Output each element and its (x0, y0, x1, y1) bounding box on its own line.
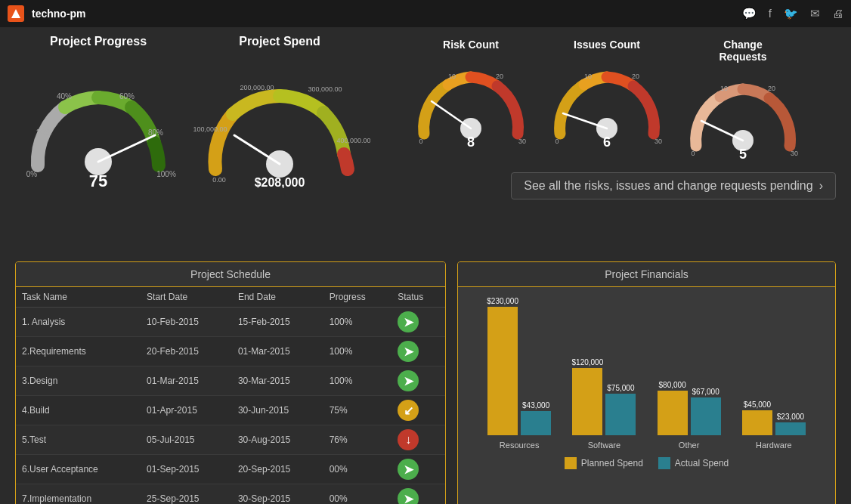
planned-label: $230,000 (487, 297, 518, 305)
svg-text:10: 10 (720, 85, 728, 92)
planned-bar: $120,000 (572, 358, 602, 435)
planned-bar: $230,000 (487, 297, 518, 435)
actual-bar: $43,000 (521, 401, 551, 435)
cell-task: 3.Design (16, 366, 141, 396)
actual-bar: $67,000 (691, 388, 721, 435)
project-progress-svg: 0% 20% 40% 60% 80% 100% 75 (15, 52, 181, 188)
cell-task: 4.Build (16, 396, 141, 425)
svg-text:60%: 60% (119, 92, 135, 100)
financials-content: $230,000 $43,000 Resources $120,000 $75,… (458, 287, 835, 504)
email-icon[interactable]: ✉ (810, 7, 820, 20)
svg-line-16 (234, 135, 280, 164)
cell-end: 30-Sep-2015 (232, 484, 323, 505)
risk-count-gauge: Risk Count 0 10 20 30 (410, 39, 531, 161)
cell-status: ➤ (391, 366, 445, 396)
table-row: 4.Build 01-Apr-2015 30-Jun-2015 75% ↙ (16, 396, 445, 425)
status-icon: ↙ (398, 400, 419, 421)
cell-end: 01-Mar-2015 (232, 337, 323, 366)
bar-category: Hardware (756, 441, 792, 450)
actual-fill (605, 394, 636, 435)
bar-group: $230,000 $43,000 Resources (487, 297, 551, 450)
pending-button[interactable]: See all the risks, issues and change req… (511, 172, 836, 199)
svg-text:200,000.00: 200,000.00 (240, 84, 274, 91)
svg-text:6: 6 (603, 135, 611, 149)
financials-header: Project Financials (458, 262, 835, 287)
app-logo (8, 5, 24, 22)
pending-button-label: See all the risks, issues and change req… (524, 179, 812, 193)
issues-count-title: Issues Count (574, 39, 640, 51)
print-icon[interactable]: 🖨 (832, 7, 843, 20)
col-progress: Progress (323, 287, 392, 308)
svg-text:30: 30 (791, 150, 798, 157)
planned-bar: $80,000 (658, 381, 688, 435)
change-requests-gauge: ChangeRequests 0 10 20 30 5 (682, 39, 803, 161)
svg-text:0%: 0% (26, 170, 38, 178)
cell-start: 25-Sep-2015 (141, 484, 232, 505)
small-gauges-row: Risk Count 0 10 20 30 (378, 39, 836, 161)
table-row: 6.User Acceptance 01-Sep-2015 20-Sep-201… (16, 455, 445, 484)
cell-task: 1. Analysis (16, 308, 141, 337)
legend-planned-label: Planned Spend (581, 458, 643, 468)
svg-text:300,000.00: 300,000.00 (308, 85, 342, 93)
table-row: 2.Requirements 20-Feb-2015 01-Mar-2015 1… (16, 337, 445, 366)
project-spend-gauge: Project Spend 0.00 100,000.00 200,000.00… (189, 35, 370, 188)
schedule-table: Task Name Start Date End Date Progress S… (16, 287, 445, 504)
app-title: techno-pm (32, 8, 742, 20)
cell-progress: 100% (323, 337, 392, 366)
planned-label: $80,000 (659, 381, 686, 389)
right-gauges: Risk Count 0 10 20 30 (378, 35, 836, 199)
svg-text:10: 10 (448, 73, 456, 80)
actual-label: $67,000 (692, 388, 719, 396)
cell-task: 6.User Acceptance (16, 455, 141, 484)
project-spend-gauge-wrap: 0.00 100,000.00 200,000.00 300,000.00 40… (189, 52, 370, 188)
svg-text:0: 0 (419, 138, 422, 145)
cell-progress: 100% (323, 308, 392, 337)
cell-task: 2.Requirements (16, 337, 141, 366)
pending-button-arrow: › (819, 179, 823, 193)
project-financials: Project Financials $230,000 $43,000 Reso… (457, 261, 836, 504)
cell-task: 7.Implementation (16, 484, 141, 505)
svg-text:20%: 20% (36, 128, 51, 137)
svg-text:0.00: 0.00 (212, 176, 226, 184)
cell-end: 30-Aug-2015 (232, 425, 323, 455)
legend-planned-box (565, 457, 577, 469)
project-spend-title: Project Spend (239, 35, 320, 48)
cell-status: ➤ (391, 455, 445, 484)
issues-count-gauge: Issues Count 0 10 20 30 6 (546, 39, 667, 161)
bottom-section: Project Schedule Task Name Start Date En… (0, 254, 851, 504)
change-requests-svg: 0 10 20 30 5 (682, 66, 803, 161)
status-icon: ➤ (398, 488, 419, 504)
cell-task: 5.Test (16, 425, 141, 455)
gauges-section: Project Progress 0% 20% 40% 60% 80% (0, 27, 851, 254)
actual-label: $23,000 (777, 413, 804, 421)
svg-text:5: 5 (739, 147, 747, 161)
planned-fill (572, 368, 602, 435)
cell-status: ➤ (391, 308, 445, 337)
cell-progress: 76% (323, 425, 392, 455)
svg-marker-0 (11, 9, 20, 18)
issues-count-svg: 0 10 20 30 6 (546, 54, 667, 149)
cell-start: 01-Mar-2015 (141, 366, 232, 396)
legend-actual-label: Actual Spend (675, 458, 729, 468)
cell-progress: 00% (323, 455, 392, 484)
chart-legend: Planned Spend Actual Spend (469, 457, 824, 469)
schedule-body: 1. Analysis 10-Feb-2015 15-Feb-2015 100%… (16, 308, 445, 505)
svg-text:40%: 40% (57, 92, 72, 100)
svg-text:20: 20 (768, 85, 775, 92)
project-schedule: Project Schedule Task Name Start Date En… (15, 261, 446, 504)
svg-text:30: 30 (518, 138, 526, 145)
legend-actual-box (658, 457, 670, 469)
svg-text:30: 30 (654, 138, 662, 145)
actual-bar: $75,000 (605, 384, 636, 435)
cell-end: 20-Sep-2015 (232, 455, 323, 484)
cell-progress: 75% (323, 396, 392, 425)
actual-label: $75,000 (607, 384, 634, 392)
chat-icon[interactable]: 💬 (742, 7, 757, 20)
bars: $80,000 $67,000 (658, 381, 721, 435)
svg-text:100%: 100% (156, 170, 176, 178)
facebook-icon[interactable]: f (769, 7, 772, 20)
table-row: 3.Design 01-Mar-2015 30-Mar-2015 100% ➤ (16, 366, 445, 396)
twitter-icon[interactable]: 🐦 (784, 7, 798, 20)
bar-group: $80,000 $67,000 Other (658, 381, 721, 450)
project-spend-svg: 0.00 100,000.00 200,000.00 300,000.00 40… (189, 52, 370, 188)
